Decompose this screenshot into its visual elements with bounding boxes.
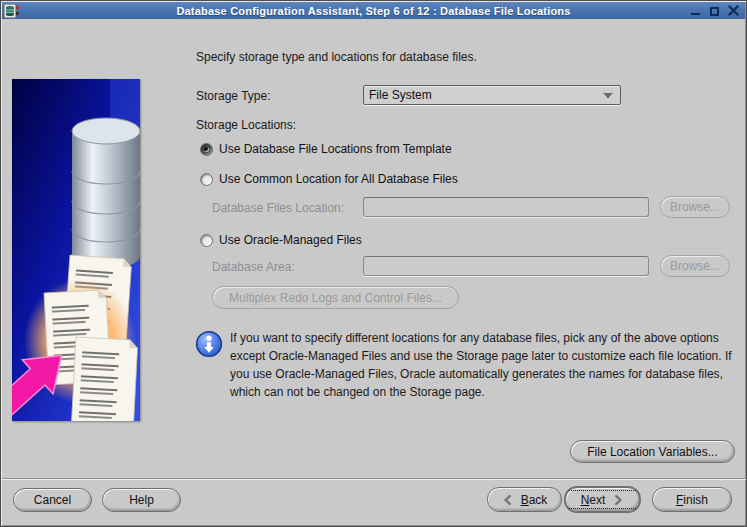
db-area-label: Database Area: bbox=[212, 260, 295, 274]
help-label: Help bbox=[129, 493, 154, 507]
radio-button-icon bbox=[200, 173, 213, 186]
next-button[interactable]: Next bbox=[565, 487, 640, 512]
next-label: Next bbox=[581, 493, 606, 507]
radio-button-icon bbox=[200, 143, 213, 156]
back-label: Back bbox=[521, 493, 548, 507]
help-button[interactable]: Help bbox=[102, 488, 181, 512]
radio-oracle-managed-files-label: Use Oracle-Managed Files bbox=[219, 233, 362, 247]
database-cylinder bbox=[72, 118, 140, 269]
storage-locations-label: Storage Locations: bbox=[196, 118, 296, 132]
storage-type-label: Storage Type: bbox=[196, 89, 271, 103]
cancel-button[interactable]: Cancel bbox=[13, 488, 92, 512]
multiplex-redo-logs-button: Multiplex Redo Logs and Control Files... bbox=[212, 286, 459, 309]
storage-type-dropdown[interactable]: File System bbox=[363, 85, 621, 105]
radio-common-location[interactable]: Use Common Location for All Database Fil… bbox=[200, 172, 458, 186]
multiplex-redo-logs-label: Multiplex Redo Logs and Control Files... bbox=[229, 291, 442, 305]
titlebar[interactable]: Database Configuration Assistant, Step 6… bbox=[2, 2, 745, 19]
radio-oracle-managed-files[interactable]: Use Oracle-Managed Files bbox=[200, 233, 362, 247]
minimize-icon bbox=[691, 12, 700, 15]
db-files-location-input bbox=[363, 197, 649, 217]
browse-db-area-button: Browse... bbox=[660, 255, 730, 277]
instruction-text: Specify storage type and locations for d… bbox=[196, 50, 477, 64]
wizard-artwork bbox=[12, 79, 140, 421]
chevron-down-icon bbox=[603, 93, 613, 99]
finish-label: Finish bbox=[676, 493, 708, 507]
info-icon bbox=[195, 330, 223, 358]
radio-button-icon bbox=[200, 234, 213, 247]
browse-db-files-label: Browse... bbox=[670, 200, 720, 214]
dbca-app-icon bbox=[4, 4, 19, 18]
maximize-button[interactable] bbox=[708, 4, 721, 17]
finish-button[interactable]: Finish bbox=[652, 487, 732, 512]
maximize-icon bbox=[710, 7, 719, 16]
radio-use-template-label: Use Database File Locations from Templat… bbox=[219, 142, 452, 156]
db-files-location-label: Database Files Location: bbox=[212, 201, 344, 215]
radio-common-location-label: Use Common Location for All Database Fil… bbox=[219, 172, 458, 186]
browse-db-area-label: Browse... bbox=[670, 259, 720, 273]
cancel-label: Cancel bbox=[34, 493, 71, 507]
storage-type-value: File System bbox=[369, 88, 432, 102]
info-message: If you want to specify different locatio… bbox=[230, 329, 735, 401]
minimize-button[interactable] bbox=[689, 4, 702, 17]
file-location-variables-label: File Location Variables... bbox=[587, 445, 718, 459]
close-button[interactable] bbox=[727, 4, 740, 17]
file-location-variables-button[interactable]: File Location Variables... bbox=[570, 440, 735, 463]
back-button[interactable]: Back bbox=[487, 487, 562, 512]
db-area-input bbox=[363, 256, 649, 276]
browse-db-files-button: Browse... bbox=[660, 196, 730, 218]
radio-use-template[interactable]: Use Database File Locations from Templat… bbox=[200, 142, 452, 156]
close-icon bbox=[728, 5, 739, 16]
window-title: Database Configuration Assistant, Step 6… bbox=[2, 5, 745, 17]
footer-separator bbox=[2, 478, 747, 480]
chevron-left-icon bbox=[502, 494, 514, 506]
chevron-right-icon bbox=[612, 494, 624, 506]
dbca-wizard-window: Database Configuration Assistant, Step 6… bbox=[0, 0, 747, 527]
